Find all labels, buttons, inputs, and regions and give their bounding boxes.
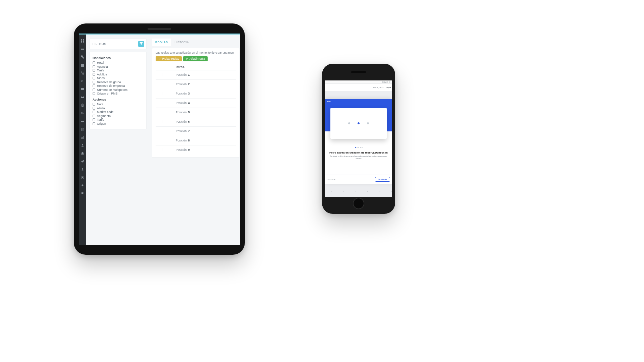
rule-row[interactable]: ⋮⋮Posición: 6: [156, 117, 236, 126]
rules-column-header: #/Pos.: [156, 64, 236, 70]
checkbox-icon: [93, 111, 95, 113]
test-rules-button[interactable]: Probar reglas: [156, 56, 182, 61]
add-rule-button[interactable]: Añadir regla: [183, 56, 208, 61]
svg-rect-11: [81, 88, 84, 90]
nav-globe-icon[interactable]: [81, 104, 84, 107]
rule-row[interactable]: ⋮⋮Posición: 8: [156, 136, 236, 145]
drag-handle-icon[interactable]: ⋮⋮: [156, 139, 160, 142]
checkbox-icon: [93, 118, 95, 121]
checkbox-icon: [93, 84, 95, 87]
svg-text:€: €: [81, 79, 83, 83]
nav-user-icon[interactable]: [81, 144, 84, 147]
condition-item[interactable]: Niños: [93, 76, 144, 80]
nav-coffee-icon[interactable]: [81, 120, 84, 123]
condition-item[interactable]: Hotel: [93, 61, 144, 64]
svg-rect-17: [82, 137, 83, 139]
nav-dashboard-icon[interactable]: [81, 39, 84, 43]
condition-item[interactable]: Número de huéspedes: [93, 88, 144, 92]
dot-icon: [357, 147, 358, 148]
tab-history[interactable]: HISTORIAL: [171, 39, 194, 46]
condition-item[interactable]: Tarifa: [93, 69, 144, 72]
svg-point-21: [82, 177, 83, 178]
condition-item[interactable]: Reserva de empresa: [93, 84, 144, 87]
checkbox-icon: [93, 115, 95, 117]
nav-bell-icon[interactable]: [81, 152, 84, 155]
drag-handle-icon[interactable]: ⋮⋮: [156, 120, 160, 123]
rule-row[interactable]: ⋮⋮Posición: 9: [156, 145, 236, 155]
check-icon: [158, 58, 161, 60]
rule-row[interactable]: ⋮⋮Posición: 7: [156, 126, 236, 136]
drag-handle-icon[interactable]: ⋮⋮: [156, 101, 160, 105]
action-item[interactable]: Segmento: [93, 114, 144, 118]
phone-device: DEMO ⟳ julio 1, 2021 €1,00 1 2 3 4 5 6 7…: [322, 64, 395, 214]
dot-icon: [355, 147, 356, 148]
nav-food-icon[interactable]: [81, 128, 84, 131]
dot-icon: [358, 147, 359, 148]
nav-calendar-icon[interactable]: [81, 63, 84, 67]
svg-rect-0: [81, 39, 82, 41]
later-link[interactable]: más tarde: [327, 178, 335, 180]
nav-wrench-icon[interactable]: [81, 55, 84, 59]
nav-percent-icon[interactable]: %: [81, 112, 84, 115]
nav-cash-icon[interactable]: [81, 87, 84, 91]
nav-bed-icon[interactable]: [81, 47, 84, 51]
apply-filter-button[interactable]: [138, 41, 144, 47]
filters-body: Condiciones Hotel Agencia Tarifa Adultos…: [90, 52, 147, 129]
rule-position: Posición: 2: [160, 82, 236, 86]
svg-point-8: [82, 74, 83, 75]
drag-handle-icon[interactable]: ⋮⋮: [156, 92, 160, 95]
drag-handle-icon[interactable]: ⋮⋮: [156, 73, 160, 76]
rules-body: Las reglas solo se aplicarán en el momen…: [152, 48, 240, 158]
drag-handle-icon[interactable]: ⋮⋮: [156, 111, 160, 114]
nav-euro-icon[interactable]: €: [81, 79, 84, 83]
condition-item[interactable]: Agencia: [93, 65, 144, 68]
rule-row[interactable]: ⋮⋮Posición: 4: [156, 98, 236, 108]
condition-item[interactable]: Adultos: [93, 73, 144, 76]
action-item[interactable]: Market code: [93, 110, 144, 114]
page-indicator: [328, 147, 389, 148]
checkbox-icon: [93, 69, 95, 72]
modal-preview-card: [330, 108, 387, 139]
refresh-icon[interactable]: ⟳: [389, 81, 391, 83]
rule-row[interactable]: ⋮⋮Posición: 3: [156, 89, 236, 98]
svg-rect-18: [83, 136, 84, 139]
filters-title: FILTROS: [93, 42, 106, 46]
svg-rect-5: [81, 50, 82, 50]
rule-row[interactable]: ⋮⋮Posición: 1: [156, 70, 236, 79]
nav-gear-icon[interactable]: [81, 176, 84, 179]
nav-chart-icon[interactable]: [81, 136, 84, 139]
modal-footer: más tarde Siguiente: [325, 175, 392, 184]
modal-title: Filtro extras en creación de reservas/ch…: [328, 151, 389, 154]
conditions-heading: Condiciones: [93, 56, 144, 60]
checkbox-icon: [93, 65, 95, 68]
nav-flag-icon[interactable]: [81, 192, 84, 195]
action-item[interactable]: Alerta: [93, 107, 144, 110]
phone-topbar: DEMO ⟳: [325, 80, 392, 84]
condition-item[interactable]: Reserva de grupo: [93, 80, 144, 84]
condition-item[interactable]: Origen en PMS: [93, 92, 144, 95]
rule-row[interactable]: ⋮⋮Posición: 5: [156, 108, 236, 117]
rule-position: Posición: 3: [160, 92, 236, 95]
next-button[interactable]: Siguiente: [375, 177, 390, 182]
svg-point-9: [83, 74, 84, 75]
dot-icon: [362, 147, 363, 148]
dot-icon: [360, 147, 361, 148]
drag-handle-icon[interactable]: ⋮⋮: [156, 148, 160, 152]
svg-point-22: [82, 185, 83, 186]
svg-rect-16: [81, 137, 82, 139]
checkbox-icon: [93, 88, 95, 91]
nav-cart-icon[interactable]: [81, 71, 84, 75]
rule-row[interactable]: ⋮⋮Posición: 2: [156, 79, 236, 89]
nav-send-icon[interactable]: [81, 160, 84, 163]
funnel-icon: [140, 42, 143, 46]
tab-rules[interactable]: REGLAS: [152, 39, 171, 46]
nav-gear2-icon[interactable]: [81, 184, 84, 187]
action-item[interactable]: Origen: [93, 122, 144, 125]
drag-handle-icon[interactable]: ⋮⋮: [156, 82, 160, 86]
action-item[interactable]: Nota: [93, 103, 144, 106]
checkbox-icon: [93, 61, 95, 64]
nav-inbox-icon[interactable]: [81, 96, 84, 99]
action-item[interactable]: Tarifa: [93, 118, 144, 121]
drag-handle-icon[interactable]: ⋮⋮: [156, 129, 160, 133]
nav-user2-icon[interactable]: [81, 168, 84, 171]
